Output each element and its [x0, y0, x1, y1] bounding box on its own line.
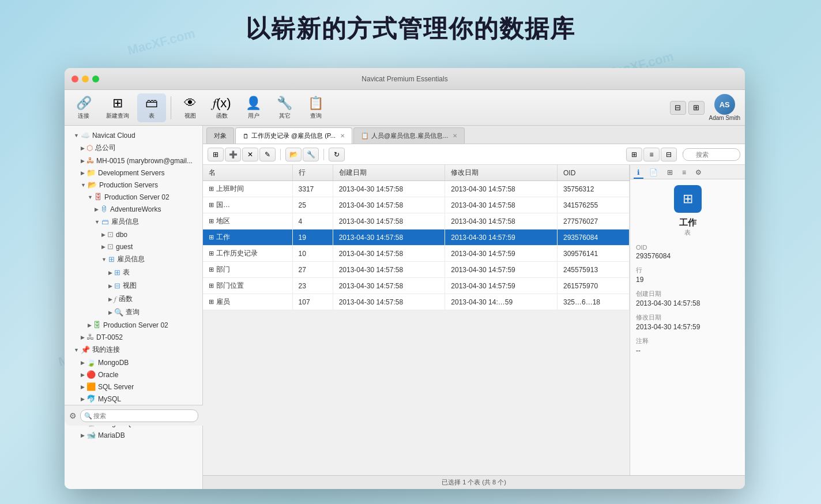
table-row[interactable]: ⊞雇员 107 2013-04-30 14:57:58 2013-04-30 1…: [203, 294, 630, 310]
server-orange-icon: 🖧: [86, 156, 94, 165]
expand-icon-navicat-cloud: [74, 133, 79, 138]
table-row[interactable]: ⊞工作历史记录 10 2013-04-30 14:57:58 2013-04-3…: [203, 246, 630, 262]
info-tab-doc[interactable]: 📄: [646, 167, 661, 179]
search-right-wrapper: 🔍: [678, 148, 740, 161]
tab-history[interactable]: 🗒 工作历史记录 @雇员信息 (P... ✕: [235, 127, 352, 144]
obj-btn-new[interactable]: ➕: [225, 148, 241, 161]
obj-btn-grid[interactable]: ⊞: [208, 148, 224, 161]
folder-orange-icon: ⬡: [86, 144, 93, 152]
toolbar-other[interactable]: 🔧 其它: [270, 93, 299, 122]
sidebar-item-oracle[interactable]: 🔴 Oracle: [65, 368, 202, 381]
sidebar-item-mongodb[interactable]: 🍃 MongoDB: [65, 356, 202, 368]
col-header-oid[interactable]: OID: [557, 165, 629, 181]
col-header-modified[interactable]: 修改日期: [445, 165, 558, 181]
sidebar-label-mongodb: MongoDB: [98, 359, 129, 367]
info-content: ⊞ 工作 表 OID 293576084 行 19 创建日期 2013-04-3…: [630, 179, 745, 360]
col-header-name[interactable]: 名: [203, 165, 292, 181]
table-row[interactable]: ⊞国… 25 2013-04-30 14:57:58 2013-04-30 14…: [203, 197, 630, 213]
sidebar-item-navicat-cloud[interactable]: ☁️ Navicat Cloud: [65, 129, 202, 141]
view-btn-1[interactable]: ⊟: [670, 101, 686, 115]
sidebar-item-mh-0015[interactable]: 🖧 MH-0015 (marybrown@gmail...: [65, 155, 202, 167]
tab-structure[interactable]: 📋 人员@雇员信息.雇员信息... ✕: [353, 127, 465, 144]
obj-btn-edit[interactable]: ✎: [259, 148, 276, 161]
sidebar-item-dbo[interactable]: ⊡ dbo: [65, 228, 202, 240]
schema-open-icon: ⊞: [108, 255, 115, 264]
sidebar-item-chaxun[interactable]: 🔍 查询: [65, 306, 202, 319]
expand-icon-dt-0052: [81, 334, 85, 340]
obj-btn-refresh[interactable]: ↻: [329, 148, 345, 161]
sidebar-label-biao: 表: [123, 268, 130, 277]
cell-modified: 2013-04-30 14:57:59: [445, 278, 558, 294]
sidebar-item-prod-server-02[interactable]: 🗄 Production Server 02: [65, 191, 202, 203]
minimize-button[interactable]: [82, 76, 89, 82]
cell-modified: 2013-04-30 14:57:59: [445, 262, 558, 278]
close-button[interactable]: [71, 76, 78, 82]
sidebar-search-input[interactable]: [80, 409, 198, 422]
cell-rows: 3317: [292, 181, 333, 197]
sidebar-item-zong-gong-si[interactable]: ⬡ 总公司: [65, 141, 202, 155]
col-header-rows[interactable]: 行: [292, 165, 333, 181]
toolbar-function[interactable]: 𝑓(x) 函数: [207, 93, 237, 122]
toolbar-user[interactable]: 👤 用户: [239, 93, 268, 122]
app-window: Navicat Premium Essentials 🔗 连接 ⊞ 新建查询 🗃…: [65, 68, 745, 489]
obj-btn-open[interactable]: 📂: [285, 148, 302, 161]
sidebar-item-hanshu[interactable]: 𝑓 函数: [65, 292, 202, 306]
cell-created: 2013-04-30 14:57:58: [333, 294, 445, 310]
sidebar-label-hanshu: 函数: [119, 294, 133, 304]
tab-structure-close[interactable]: ✕: [453, 133, 457, 139]
toolbar-connect[interactable]: 🔗 连接: [69, 93, 98, 122]
obj-btn-delete[interactable]: ✕: [242, 148, 258, 161]
info-tab-list[interactable]: ≡: [679, 167, 690, 179]
obj-btn-design[interactable]: 🔧: [303, 148, 319, 161]
view-btn-2[interactable]: ⊞: [688, 101, 705, 115]
sidebar-item-mariadb[interactable]: 🐋 MariaDB: [65, 429, 202, 441]
maximize-button[interactable]: [92, 76, 99, 82]
cell-oid: 277576027: [557, 213, 629, 230]
expand-icon-mysql: [81, 396, 85, 402]
sidebar-item-shitu[interactable]: ⊟ 视图: [65, 279, 202, 292]
info-tab-info[interactable]: ℹ: [634, 167, 643, 179]
info-tab-settings[interactable]: ⚙: [692, 167, 705, 179]
table-row[interactable]: ⊞部门 27 2013-04-30 14:57:58 2013-04-30 14…: [203, 262, 630, 278]
sidebar-item-guest[interactable]: ⊡ guest: [65, 240, 202, 253]
cell-rows: 19: [292, 230, 333, 246]
sidebar-item-biao[interactable]: ⊞ 表: [65, 266, 202, 279]
cell-oid: 309576141: [557, 246, 629, 262]
data-table: 名 行 创建日期 修改日期 OID ⊞上班时间 3317 2013-04-30 …: [203, 165, 630, 310]
mongodb-icon: 🍃: [86, 358, 96, 367]
tab-objects[interactable]: 对象: [206, 127, 234, 144]
table-row[interactable]: ⊞部门位置 23 2013-04-30 14:57:58 2013-04-30 …: [203, 278, 630, 294]
toolbar-query[interactable]: 📋 查询: [302, 93, 330, 122]
view-toggle-detail[interactable]: ⊟: [661, 148, 677, 161]
sidebar-item-my-connections[interactable]: 📌 我的连接: [65, 343, 202, 356]
view-toggle-list[interactable]: ≡: [643, 148, 660, 161]
cell-created: 2013-04-30 14:57:58: [333, 262, 445, 278]
sidebar-settings-icon[interactable]: ⚙: [69, 411, 77, 420]
table-row[interactable]: ⊞工作 19 2013-04-30 14:57:58 2013-04-30 14…: [203, 230, 630, 246]
toolbar-new-query[interactable]: ⊞ 新建查询: [100, 93, 135, 122]
info-modified-label: 修改日期: [636, 313, 739, 322]
search-input[interactable]: [683, 148, 740, 161]
sidebar-item-mysql[interactable]: 🐬 MySQL: [65, 393, 202, 405]
sidebar-item-yuangong-xinxi-schema[interactable]: ⊞ 雇员信息: [65, 253, 202, 266]
sidebar-item-adventureworks[interactable]: 🛢 AdventureWorks: [65, 203, 202, 215]
info-modified-value: 2013-04-30 14:57:59: [636, 323, 739, 331]
sidebar-item-prod-server-02b[interactable]: 🗄 Production Server 02: [65, 319, 202, 331]
sidebar-item-dt-0052[interactable]: 🖧 DT-0052: [65, 331, 202, 343]
info-tab-grid[interactable]: ⊞: [664, 167, 676, 179]
view-toggle: ⊞ ≡ ⊟ 🔍: [626, 148, 740, 161]
tab-history-label: 工作历史记录 @雇员信息 (P...: [251, 131, 336, 140]
sidebar-item-sqlserver[interactable]: 🟧 SQL Server: [65, 381, 202, 393]
query-label: 查询: [310, 112, 322, 120]
view-toggle-grid[interactable]: ⊞: [626, 148, 642, 161]
sidebar-item-yuangong-xinxi[interactable]: 🗃 雇员信息: [65, 215, 202, 228]
toolbar-view[interactable]: 👁 视图: [176, 93, 205, 122]
table-row[interactable]: ⊞地区 4 2013-04-30 14:57:58 2013-04-30 14:…: [203, 213, 630, 230]
cell-name: ⊞地区: [203, 213, 292, 230]
tab-history-close[interactable]: ✕: [340, 133, 345, 139]
sidebar-item-prod-servers[interactable]: 📂 Production Servers: [65, 179, 202, 191]
toolbar-table[interactable]: 🗃 表: [137, 93, 166, 122]
sidebar-item-dev-servers[interactable]: 📁 Development Servers: [65, 167, 202, 179]
col-header-created[interactable]: 创建日期: [333, 165, 445, 181]
table-row[interactable]: ⊞上班时间 3317 2013-04-30 14:57:58 2013-04-3…: [203, 181, 630, 197]
